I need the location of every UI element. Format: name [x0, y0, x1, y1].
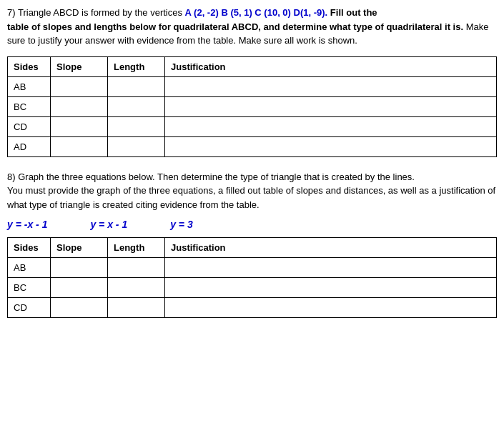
problem-8-number: 8)	[7, 171, 16, 182]
cell-slope-8-1	[51, 278, 108, 298]
table-row: AB	[8, 258, 497, 278]
problem-8-text: 8) Graph the three equations below. Then…	[7, 170, 497, 212]
cell-justification-7-1	[165, 96, 497, 116]
cell-slope-7-3	[51, 136, 108, 156]
equation-3: y = 3	[170, 219, 193, 230]
problem-8: 8) Graph the three equations below. Then…	[7, 170, 497, 319]
table-row: BC	[8, 278, 497, 298]
cell-length-7-3	[108, 136, 165, 156]
table-row: CD	[8, 116, 497, 136]
equation-1: y = -x - 1	[7, 219, 47, 230]
equations-line: y = -x - 1 y = x - 1 y = 3	[7, 219, 497, 230]
problem-7: 7) Triangle ABCD is formed by the vertic…	[7, 6, 497, 157]
col-header-length-8: Length	[108, 238, 165, 258]
table-row: AD	[8, 136, 497, 156]
problem-8-table: Sides Slope Length Justification AB BC C…	[7, 237, 497, 318]
problem-7-text: 7) Triangle ABCD is formed by the vertic…	[7, 6, 497, 48]
cell-side-8-2: CD	[8, 298, 51, 318]
cell-slope-7-0	[51, 76, 108, 96]
cell-side-7-3: AD	[8, 136, 51, 156]
col-header-slope-8: Slope	[51, 238, 108, 258]
col-header-sides-7: Sides	[8, 56, 51, 76]
cell-length-8-0	[108, 258, 165, 278]
col-header-sides-8: Sides	[8, 238, 51, 258]
problem-7-number: 7)	[7, 7, 16, 18]
table-row: BC	[8, 96, 497, 116]
col-header-slope-7: Slope	[51, 56, 108, 76]
cell-side-8-0: AB	[8, 258, 51, 278]
cell-justification-8-2	[165, 298, 497, 318]
problem-7-instruction-bold: table of slopes and lengths below for qu…	[7, 21, 463, 32]
cell-justification-7-2	[165, 116, 497, 136]
fill-out-text: Fill out the	[330, 7, 377, 18]
cell-length-8-2	[108, 298, 165, 318]
col-header-justification-8: Justification	[165, 238, 497, 258]
cell-slope-7-2	[51, 116, 108, 136]
p8-intro-span: Graph the three equations below. Then de…	[18, 171, 415, 182]
equation-2: y = x - 1	[90, 219, 127, 230]
cell-side-7-0: AB	[8, 76, 51, 96]
cell-length-7-2	[108, 116, 165, 136]
cell-side-7-1: BC	[8, 96, 51, 116]
table-row: AB	[8, 76, 497, 96]
cell-side-7-2: CD	[8, 116, 51, 136]
col-header-length-7: Length	[108, 56, 165, 76]
problem-7-table: Sides Slope Length Justification AB BC C…	[7, 56, 497, 157]
vertex-c: C (10, 0)	[255, 7, 291, 18]
vertex-a: A (2, -2)	[185, 7, 219, 18]
cell-length-7-0	[108, 76, 165, 96]
cell-side-8-1: BC	[8, 278, 51, 298]
cell-justification-7-0	[165, 76, 497, 96]
vertex-b: B (5, 1)	[221, 7, 252, 18]
cell-slope-8-0	[51, 258, 108, 278]
cell-slope-7-1	[51, 96, 108, 116]
problem-7-intro: Triangle ABCD is formed by the vertices	[18, 7, 185, 18]
cell-length-7-1	[108, 96, 165, 116]
cell-justification-7-3	[165, 136, 497, 156]
cell-slope-8-2	[51, 298, 108, 318]
cell-length-8-1	[108, 278, 165, 298]
col-header-justification-7: Justification	[165, 56, 497, 76]
vertex-d: D(1, -9).	[294, 7, 328, 18]
cell-justification-8-1	[165, 278, 497, 298]
cell-justification-8-0	[165, 258, 497, 278]
table-row: CD	[8, 298, 497, 318]
problem-8-bold: You must provide the graph of the three …	[7, 185, 495, 210]
